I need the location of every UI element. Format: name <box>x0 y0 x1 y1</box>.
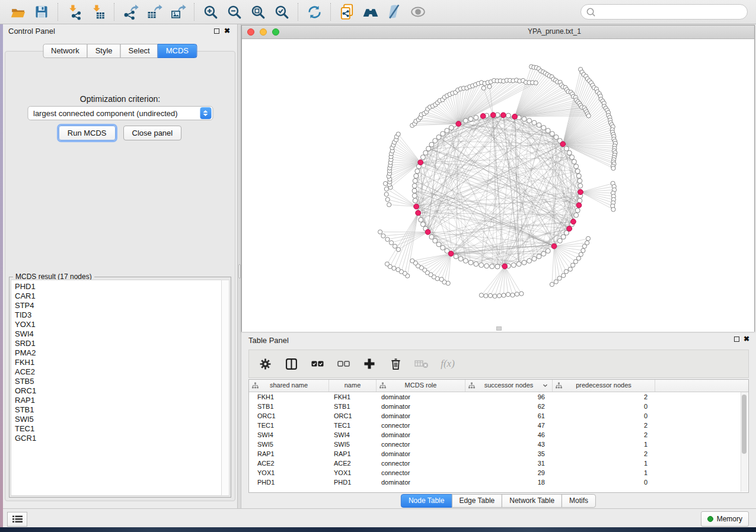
network-window-titlebar[interactable]: YPA_prune.txt_1 <box>242 25 754 39</box>
tab-mcds[interactable]: MCDS <box>158 44 197 58</box>
graph-node[interactable] <box>567 150 572 155</box>
graph-node[interactable] <box>412 188 417 193</box>
graph-node[interactable] <box>413 198 417 203</box>
graph-leaf-node[interactable] <box>439 277 444 281</box>
graph-node[interactable] <box>574 164 579 169</box>
graph-leaf-node[interactable] <box>487 85 492 89</box>
graph-leaf-node[interactable] <box>564 270 568 274</box>
graph-mcds-node[interactable] <box>551 243 557 249</box>
tab-motifs[interactable]: Motifs <box>562 494 596 508</box>
graph-node[interactable] <box>412 184 417 188</box>
table-row[interactable]: YOX1YOX1connector291 <box>249 468 748 477</box>
graph-mcds-node[interactable] <box>414 204 419 209</box>
graph-node[interactable] <box>468 260 473 265</box>
add-column-icon[interactable] <box>362 356 377 371</box>
mcds-list-item[interactable]: TID3 <box>15 310 222 320</box>
table-row[interactable]: FKH1FKH1dominator962 <box>249 392 748 402</box>
graph-leaf-node[interactable] <box>611 207 615 211</box>
tab-network[interactable]: Network <box>43 44 88 58</box>
mcds-list-item[interactable]: STB5 <box>15 377 222 386</box>
graph-node[interactable] <box>570 155 575 159</box>
graph-node[interactable] <box>561 235 566 239</box>
panel-splitter[interactable] <box>237 24 241 508</box>
graph-leaf-node[interactable] <box>383 181 387 185</box>
delete-column-icon[interactable] <box>388 356 403 371</box>
graph-leaf-node[interactable] <box>557 276 562 280</box>
graph-leaf-node[interactable] <box>581 248 585 252</box>
graph-mcds-node[interactable] <box>500 113 506 118</box>
graph-node[interactable] <box>527 258 532 263</box>
graph-node[interactable] <box>463 118 468 123</box>
graph-leaf-node[interactable] <box>586 236 590 241</box>
run-mcds-button[interactable]: Run MCDS <box>59 126 116 140</box>
window-close-button[interactable] <box>247 28 254 36</box>
graph-mcds-node[interactable] <box>571 219 576 225</box>
graph-leaf-node[interactable] <box>571 263 575 267</box>
graph-leaf-node[interactable] <box>385 237 390 241</box>
table-scrollbar[interactable] <box>741 392 748 492</box>
float-table-panel-icon[interactable] <box>734 336 739 342</box>
graph-node[interactable] <box>436 242 441 247</box>
graph-node[interactable] <box>433 139 438 143</box>
mcds-list-item[interactable]: ACE2 <box>15 367 222 377</box>
column-header-predecessor-nodes[interactable]: predecessor nodes <box>553 380 655 392</box>
graph-node[interactable] <box>578 184 583 188</box>
graph-leaf-node[interactable] <box>479 293 483 297</box>
graph-node[interactable] <box>522 117 527 121</box>
tab-edge-table[interactable]: Edge Table <box>451 494 502 508</box>
graph-leaf-node[interactable] <box>384 187 388 191</box>
graph-node[interactable] <box>426 146 431 151</box>
graph-leaf-node[interactable] <box>393 244 397 248</box>
graph-node[interactable] <box>445 129 449 133</box>
graph-node[interactable] <box>537 254 541 259</box>
mcds-list-item[interactable]: CAR1 <box>15 291 222 301</box>
graph-node[interactable] <box>449 126 454 130</box>
graph-node[interactable] <box>415 169 420 174</box>
graph-node[interactable] <box>412 193 417 198</box>
graph-leaf-node[interactable] <box>378 230 382 234</box>
graph-mcds-node[interactable] <box>490 113 496 118</box>
graph-leaf-node[interactable] <box>586 114 591 118</box>
export-image-icon[interactable] <box>168 2 188 21</box>
window-minimize-button[interactable] <box>260 28 267 36</box>
mcds-result-list[interactable]: PHD1CAR1STP4TID3YOX1SWI4SRD1PMA2FKH1ACE2… <box>11 280 222 496</box>
save-session-icon[interactable] <box>31 2 52 21</box>
graph-leaf-node[interactable] <box>579 252 583 257</box>
graph-mcds-node[interactable] <box>480 114 486 119</box>
graph-node[interactable] <box>564 146 569 151</box>
graph-node[interactable] <box>414 174 419 178</box>
graph-leaf-node[interactable] <box>381 234 385 238</box>
tab-select[interactable]: Select <box>120 44 158 58</box>
table-row[interactable]: RAP1RAP1dominator352 <box>249 449 748 459</box>
graph-node[interactable] <box>458 257 463 261</box>
zoom-in-icon[interactable] <box>200 2 221 21</box>
close-table-panel-icon[interactable]: ✖ <box>744 335 749 343</box>
graph-leaf-node[interactable] <box>502 293 506 297</box>
graph-mcds-node[interactable] <box>416 210 421 216</box>
mcds-list-item[interactable]: ORC1 <box>15 386 222 396</box>
graph-node[interactable] <box>575 169 580 174</box>
apply-layout-icon[interactable] <box>304 2 324 21</box>
graph-node[interactable] <box>468 117 473 121</box>
graph-node[interactable] <box>423 150 428 155</box>
graph-mcds-node[interactable] <box>456 121 461 127</box>
search-box[interactable] <box>580 4 748 20</box>
table-row[interactable]: SWI4SWI4dominator462 <box>249 430 748 440</box>
table-row[interactable]: STB1STB1dominator620 <box>249 402 748 411</box>
graph-node[interactable] <box>541 126 546 130</box>
graph-leaf-node[interactable] <box>519 291 524 296</box>
mcds-list-scrollbar[interactable] <box>221 280 229 496</box>
network-graph[interactable] <box>242 39 754 332</box>
select-all-rows-icon[interactable] <box>310 356 325 371</box>
graph-node[interactable] <box>463 258 468 263</box>
graph-leaf-node[interactable] <box>573 259 578 264</box>
graph-node[interactable] <box>576 174 581 178</box>
graph-leaf-node[interactable] <box>515 292 519 296</box>
graph-leaf-node[interactable] <box>481 86 486 90</box>
graph-node[interactable] <box>578 198 582 203</box>
import-table-icon[interactable] <box>88 2 108 21</box>
graph-leaf-node[interactable] <box>568 267 572 271</box>
zoom-out-icon[interactable] <box>224 2 244 21</box>
graph-leaf-node[interactable] <box>484 294 488 298</box>
graph-leaf-node[interactable] <box>582 244 586 248</box>
